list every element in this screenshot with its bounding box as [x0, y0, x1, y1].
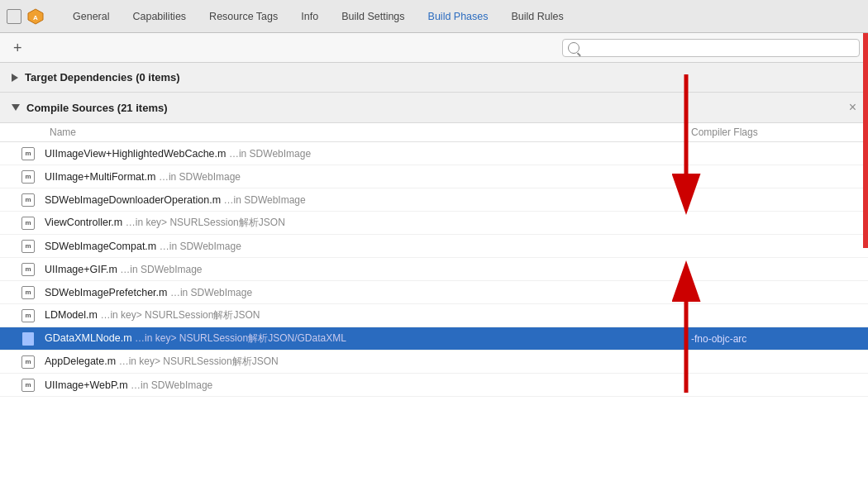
file-name: ViewController.m …in key> NSURLSession解析…	[45, 216, 691, 230]
collapse-triangle	[12, 74, 18, 82]
file-name: AppDelegate.m …in key> NSURLSession解析JSO…	[45, 355, 691, 369]
column-name: Name	[50, 126, 691, 138]
search-box[interactable]	[562, 39, 860, 57]
file-path: …in SDWebImage	[120, 264, 202, 275]
file-name: UIImage+GIF.m …in SDWebImage	[45, 264, 691, 275]
file-path: …in key> NSURLSession解析JSON/GDataXML	[135, 332, 346, 344]
red-accent-bar	[863, 33, 868, 248]
file-icon: m	[21, 170, 35, 184]
tab-build-rules[interactable]: Build Rules	[500, 6, 575, 27]
tab-build-settings[interactable]: Build Settings	[330, 6, 416, 27]
table-row[interactable]: GDataXMLNode.m …in key> NSURLSession解析JS…	[0, 327, 868, 351]
file-name: GDataXMLNode.m …in key> NSURLSession解析JS…	[45, 332, 691, 346]
file-name: SDWebImageDownloaderOperation.m …in SDWe…	[45, 194, 691, 206]
file-path: …in SDWebImage	[160, 241, 241, 252]
table-row[interactable]: m UIImage+MultiFormat.m …in SDWebImage	[0, 165, 868, 188]
file-path: …in key> NSURLSession解析JSON	[100, 309, 260, 321]
file-icon: m	[21, 309, 35, 322]
file-path: …in SDWebImage	[170, 287, 252, 298]
file-icon: m	[21, 240, 35, 253]
table-row[interactable]: m SDWebImageDownloaderOperation.m …in SD…	[0, 188, 868, 212]
column-flags: Compiler Flags	[691, 126, 856, 138]
tab-bar: A General Capabilities Resource Tags Inf…	[0, 0, 868, 33]
toolbar-icons: A	[7, 7, 45, 26]
file-path: …in SDWebImage	[131, 379, 212, 391]
tab-capabilities[interactable]: Capabilities	[121, 6, 198, 27]
file-icon: m	[21, 355, 35, 369]
file-icon: m	[21, 147, 35, 160]
panel-toggle-icon[interactable]	[7, 9, 21, 24]
tab-info[interactable]: Info	[289, 6, 330, 27]
table-row[interactable]: m LDModel.m …in key> NSURLSession解析JSON	[0, 304, 868, 327]
main-container: A General Capabilities Resource Tags Inf…	[0, 0, 868, 477]
collapse-triangle	[12, 104, 20, 111]
main-content: Target Dependencies (0 items) Compile So…	[0, 63, 868, 477]
file-icon: m	[21, 217, 35, 230]
table-row[interactable]: m ViewController.m …in key> NSURLSession…	[0, 212, 868, 235]
table-row[interactable]: m AppDelegate.m …in key> NSURLSession解析J…	[0, 351, 868, 374]
svg-text:A: A	[33, 14, 38, 21]
file-path: …in SDWebImage	[229, 148, 311, 160]
file-list-header: Name Compiler Flags	[0, 123, 868, 142]
target-dependencies-title: Target Dependencies (0 items)	[25, 71, 180, 83]
tab-resource-tags[interactable]: Resource Tags	[198, 6, 289, 27]
project-icon: A	[26, 7, 45, 26]
compile-sources-title: Compile Sources (21 items)	[26, 102, 168, 114]
target-dependencies-section[interactable]: Target Dependencies (0 items)	[0, 63, 868, 93]
file-icon: m	[21, 263, 35, 276]
add-button[interactable]: +	[8, 41, 27, 55]
file-icon: m	[21, 193, 35, 207]
file-path: …in SDWebImage	[159, 171, 241, 183]
file-name: UIImage+WebP.m …in SDWebImage	[45, 379, 691, 391]
compile-sources-section[interactable]: Compile Sources (21 items) ×	[0, 93, 868, 123]
file-name: UIImageView+HighlightedWebCache.m …in SD…	[45, 148, 691, 160]
file-path: …in key> NSURLSession解析JSON	[119, 355, 279, 367]
table-row[interactable]: m SDWebImageCompat.m …in SDWebImage	[0, 235, 868, 258]
table-row[interactable]: m UIImage+GIF.m …in SDWebImage	[0, 258, 868, 281]
close-button[interactable]: ×	[849, 101, 856, 114]
table-row[interactable]: m UIImageView+HighlightedWebCache.m …in …	[0, 142, 868, 165]
tab-build-phases[interactable]: Build Phases	[417, 6, 500, 27]
file-name: SDWebImageCompat.m …in SDWebImage	[45, 241, 691, 252]
table-row[interactable]: m SDWebImagePrefetcher.m …in SDWebImage	[0, 281, 868, 304]
tab-general[interactable]: General	[61, 6, 121, 27]
file-path: …in key> NSURLSession解析JSON	[126, 217, 285, 228]
file-name: UIImage+MultiFormat.m …in SDWebImage	[45, 171, 691, 183]
file-name: LDModel.m …in key> NSURLSession解析JSON	[45, 308, 691, 322]
search-icon	[568, 42, 579, 54]
table-row[interactable]: m UIImage+WebP.m …in SDWebImage	[0, 374, 868, 397]
file-name: SDWebImagePrefetcher.m …in SDWebImage	[45, 287, 691, 298]
file-path: …in SDWebImage	[224, 194, 306, 206]
file-list: m UIImageView+HighlightedWebCache.m …in …	[0, 142, 868, 397]
toolbar: +	[0, 33, 868, 63]
file-icon: m	[21, 286, 35, 299]
file-icon	[22, 332, 34, 346]
file-flags[interactable]: -fno-objc-arc	[691, 333, 856, 345]
file-icon: m	[21, 379, 35, 392]
